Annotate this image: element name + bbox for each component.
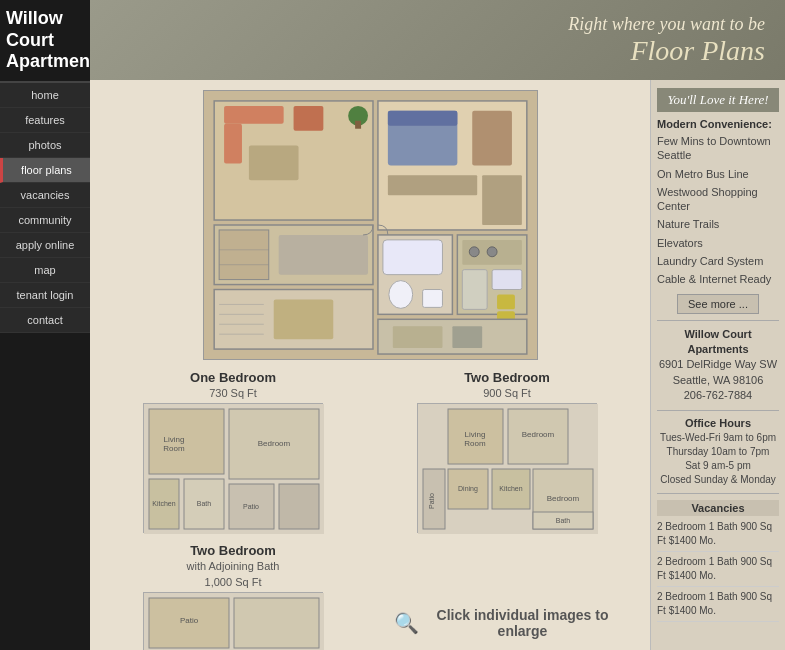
office-hours-line: Sat 9 am-5 pm bbox=[657, 459, 779, 473]
svg-text:Bedroom: Bedroom bbox=[522, 430, 555, 439]
svg-rect-7 bbox=[355, 121, 361, 129]
svg-rect-32 bbox=[273, 299, 333, 339]
floor-plans-main: One Bedroom 730 Sq Ft Living Room bbox=[90, 80, 650, 650]
address-name: Willow Court Apartments bbox=[657, 327, 779, 358]
click-notice-text: Click individual images to enlarge bbox=[425, 607, 620, 639]
sidebar-item-contact[interactable]: contact bbox=[0, 308, 90, 333]
header-title: Floor Plans bbox=[568, 35, 765, 67]
svg-rect-39 bbox=[452, 326, 482, 348]
svg-text:Bedroom: Bedroom bbox=[547, 494, 580, 503]
svg-rect-17 bbox=[422, 290, 442, 308]
svg-rect-15 bbox=[382, 240, 442, 275]
one-bedroom-title: One Bedroom bbox=[100, 370, 366, 385]
svg-point-21 bbox=[487, 247, 497, 257]
svg-rect-3 bbox=[224, 124, 242, 164]
office-hours-line: Tues-Wed-Fri 9am to 6pm bbox=[657, 431, 779, 445]
divider-2 bbox=[657, 410, 779, 411]
two-bedroom-adjoining-image[interactable]: Patio bbox=[143, 592, 323, 650]
svg-text:Patio: Patio bbox=[428, 493, 435, 509]
floor-plans-grid: One Bedroom 730 Sq Ft Living Room bbox=[100, 370, 640, 533]
svg-text:Room: Room bbox=[163, 444, 185, 453]
feature-item: Cable & Internet Ready bbox=[657, 271, 779, 287]
office-hours-text: Tues-Wed-Fri 9am to 6pmThursday 10am to … bbox=[657, 431, 779, 487]
logo-line1: Willow Court bbox=[6, 8, 63, 50]
main-content: Right where you want to be Floor Plans bbox=[90, 0, 785, 650]
svg-text:Kitchen: Kitchen bbox=[499, 485, 522, 492]
header-tagline: Right where you want to be bbox=[568, 14, 765, 35]
address-street: 6901 DelRidge Way SW bbox=[657, 357, 779, 372]
vacancy-item: 2 Bedroom 1 Bath 900 Sq Ft $1400 Mo. bbox=[657, 590, 779, 622]
one-bedroom-image[interactable]: Living Room Kitchen Bath Bedroom bbox=[143, 403, 323, 533]
sidebar-item-apply-online[interactable]: apply online bbox=[0, 233, 90, 258]
see-more-button[interactable]: See more ... bbox=[677, 294, 759, 314]
features-list: Few Mins to Downtown SeattleOn Metro Bus… bbox=[657, 133, 779, 288]
svg-rect-71 bbox=[234, 598, 319, 648]
feature-item: Few Mins to Downtown Seattle bbox=[657, 133, 779, 164]
two-bedroom-plan: Two Bedroom 900 Sq Ft Living Room bbox=[374, 370, 640, 533]
office-hours-line: Closed Sunday & Monday bbox=[657, 473, 779, 487]
one-bedroom-plan: One Bedroom 730 Sq Ft Living Room bbox=[100, 370, 366, 533]
svg-text:Living: Living bbox=[465, 430, 486, 439]
svg-text:Bath: Bath bbox=[197, 500, 212, 507]
one-bedroom-sqft: 730 Sq Ft bbox=[100, 387, 366, 399]
sidebar-item-tenant-login[interactable]: tenant login bbox=[0, 283, 90, 308]
sidebar-item-floor-plans[interactable]: floor plans bbox=[0, 158, 90, 183]
svg-rect-5 bbox=[248, 146, 298, 181]
love-header: You'll Love it Here! bbox=[657, 88, 779, 112]
sidebar-item-community[interactable]: community bbox=[0, 208, 90, 233]
svg-rect-12 bbox=[387, 175, 476, 195]
header-banner: Right where you want to be Floor Plans bbox=[90, 0, 785, 80]
svg-rect-11 bbox=[472, 111, 512, 166]
svg-text:Kitchen: Kitchen bbox=[152, 500, 175, 507]
two-bedroom-adjoining-title: Two Bedroom bbox=[100, 543, 366, 558]
svg-point-16 bbox=[388, 281, 412, 309]
svg-text:Patio: Patio bbox=[180, 616, 199, 625]
right-sidebar: You'll Love it Here! Modern Convenience:… bbox=[650, 80, 785, 650]
feature-item: Laundry Card System bbox=[657, 253, 779, 269]
modern-convenience-title: Modern Convenience: bbox=[657, 118, 779, 130]
svg-rect-52 bbox=[279, 484, 319, 529]
logo-area: Willow Court Apartments bbox=[0, 0, 90, 83]
address-city: Seattle, WA 98106 bbox=[657, 373, 779, 388]
address-block: Willow Court Apartments 6901 DelRidge Wa… bbox=[657, 327, 779, 404]
svg-rect-13 bbox=[482, 175, 522, 225]
svg-rect-22 bbox=[462, 270, 487, 310]
divider-3 bbox=[657, 493, 779, 494]
svg-rect-10 bbox=[387, 111, 456, 126]
feature-item: On Metro Bus Line bbox=[657, 166, 779, 182]
header-text: Right where you want to be Floor Plans bbox=[568, 14, 765, 67]
sidebar-item-home[interactable]: home bbox=[0, 83, 90, 108]
magnify-icon: 🔍 bbox=[394, 611, 419, 635]
featured-floor-plan bbox=[100, 90, 640, 360]
sidebar-item-photos[interactable]: photos bbox=[0, 133, 90, 158]
sidebar-item-map[interactable]: map bbox=[0, 258, 90, 283]
logo: Willow Court Apartments bbox=[6, 8, 84, 73]
svg-text:Living: Living bbox=[164, 435, 185, 444]
svg-rect-24 bbox=[497, 294, 515, 309]
office-hours-title: Office Hours bbox=[657, 417, 779, 429]
svg-text:Dining: Dining bbox=[458, 485, 478, 493]
vacancy-item: 2 Bedroom 1 Bath 900 Sq Ft $1400 Mo. bbox=[657, 520, 779, 552]
two-bedroom-adjoining-sqft: 1,000 Sq Ft bbox=[100, 576, 366, 588]
floor-plans-bottom-row: Two Bedroom with Adjoining Bath 1,000 Sq… bbox=[100, 543, 640, 650]
feature-item: Elevators bbox=[657, 235, 779, 251]
sidebar-item-vacancies[interactable]: vacancies bbox=[0, 183, 90, 208]
office-hours-line: Thursday 10am to 7pm bbox=[657, 445, 779, 459]
sidebar: Willow Court Apartments homefeaturesphot… bbox=[0, 0, 90, 650]
feature-item: Westwood Shopping Center bbox=[657, 184, 779, 215]
featured-floor-plan-image[interactable] bbox=[203, 90, 538, 360]
svg-rect-4 bbox=[293, 106, 323, 131]
svg-text:Patio: Patio bbox=[243, 503, 259, 510]
two-bedroom-image[interactable]: Living Room Bedroom Bedroom Dining bbox=[417, 403, 597, 533]
svg-rect-30 bbox=[278, 235, 367, 275]
sidebar-item-features[interactable]: features bbox=[0, 108, 90, 133]
svg-rect-27 bbox=[219, 230, 269, 280]
nav: homefeaturesphotosfloor plansvacanciesco… bbox=[0, 83, 90, 333]
svg-rect-41 bbox=[149, 409, 224, 474]
svg-text:Room: Room bbox=[464, 439, 486, 448]
two-bedroom-adjoining-sub: with Adjoining Bath bbox=[100, 560, 366, 572]
vacancies-list: 2 Bedroom 1 Bath 900 Sq Ft $1400 Mo.2 Be… bbox=[657, 520, 779, 622]
content-row: One Bedroom 730 Sq Ft Living Room bbox=[90, 80, 785, 650]
two-bedroom-sqft: 900 Sq Ft bbox=[374, 387, 640, 399]
address-phone: 206-762-7884 bbox=[657, 388, 779, 403]
